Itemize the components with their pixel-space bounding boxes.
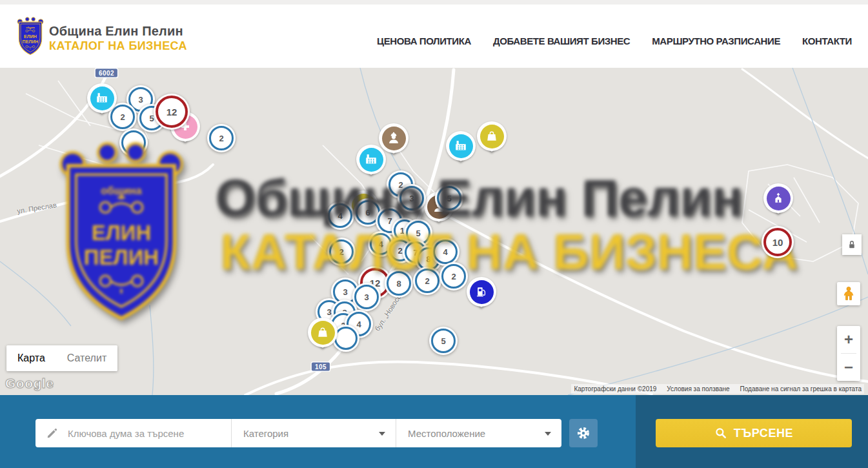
site-subtitle: КАТАЛОГ НА БИЗНЕСА (49, 39, 187, 53)
map-canvas[interactable]: 6002105ул. Преславбул. „Новоселци“ (0, 68, 868, 395)
map-type-satellite-button[interactable]: Сателит (56, 345, 117, 371)
top-strip (0, 0, 868, 5)
pin-head (477, 121, 507, 151)
cluster-marker[interactable]: 3 (398, 184, 426, 212)
cluster-count: 12 (167, 107, 177, 117)
bag-icon (311, 321, 335, 345)
cluster-count: 4 (338, 211, 342, 221)
map-pin-factory[interactable] (356, 145, 386, 174)
nav-link-contacts[interactable]: КОНТАКТИ (802, 36, 852, 46)
map-pin-fuel[interactable] (467, 277, 496, 307)
attribution-terms-link[interactable]: Условия за ползване (667, 385, 729, 392)
pin-head (467, 277, 496, 307)
cluster-marker[interactable]: 8 (385, 269, 413, 298)
bag-icon (480, 125, 504, 148)
map-pin-bag[interactable] (308, 318, 338, 347)
svg-text:ЕЛИН: ЕЛИН (24, 34, 37, 39)
search-submit-button[interactable]: ТЪРСЕНЕ (656, 419, 852, 447)
nav-link-price-policy[interactable]: ЦЕНОВА ПОЛИТИКА (377, 36, 471, 46)
nav-link-add-business[interactable]: ДОБАВЕТЕ ВАШИЯТ БИЗНЕС (493, 36, 630, 46)
attribution-report-link[interactable]: Подаване на сигнал за грешка в картата (740, 385, 862, 392)
map-pin-bag[interactable] (477, 121, 507, 151)
cluster-count: 6 (365, 208, 370, 218)
keyword-segment (35, 419, 231, 447)
factory-icon (359, 148, 383, 172)
cluster-count: 8 (396, 279, 401, 289)
google-logo[interactable]: Google (5, 376, 54, 391)
cluster-count: 5 (441, 336, 445, 346)
cluster-marker[interactable] (119, 128, 148, 157)
cluster-count: 2 (339, 247, 343, 257)
cluster-marker[interactable]: 5 (435, 184, 463, 212)
cluster-count: 3 (409, 194, 414, 203)
cluster-count: 2 (219, 134, 223, 143)
attribution-data: Картографски данни ©2019 (574, 385, 656, 392)
cluster-count: 4 (443, 247, 447, 257)
location-dropdown[interactable]: Местоположение (396, 419, 561, 447)
factory-icon (90, 86, 114, 110)
pegman-button[interactable] (837, 282, 860, 305)
pin-head (308, 318, 338, 347)
cluster-marker[interactable]: 3 (352, 283, 381, 311)
road-badge: 6002 (96, 69, 117, 77)
pin-head (446, 131, 476, 161)
header: община ЕЛИН ПЕЛИН Община Елин Пелин КАТА… (0, 5, 868, 68)
fuel-icon (470, 280, 494, 304)
cluster-marker[interactable]: 10 (762, 226, 794, 258)
pin-head (87, 83, 117, 113)
cluster-count: 2 (120, 112, 125, 122)
search-button-label: ТЪРСЕНЕ (734, 427, 793, 440)
cluster-marker[interactable]: 4 (326, 201, 354, 230)
factory-icon (449, 134, 473, 158)
search-input-group: Категория Местоположение (35, 419, 561, 447)
cluster-count: 3 (138, 95, 143, 105)
map-type-map-button[interactable]: Карта (6, 345, 56, 371)
chevron-down-icon (545, 432, 551, 436)
gear-icon (576, 425, 591, 441)
cluster-marker[interactable]: 2 (439, 262, 468, 290)
map-pin-factory[interactable] (87, 83, 117, 113)
church-icon (767, 187, 791, 210)
cluster-count: 3 (327, 307, 331, 317)
lock-icon (846, 239, 858, 250)
cluster-marker[interactable]: 12 (154, 94, 190, 130)
cluster-count: 4 (356, 320, 361, 329)
advanced-settings-button[interactable] (569, 419, 598, 447)
cluster-count: 8 (426, 254, 430, 264)
cluster-count: 3 (364, 292, 368, 302)
nav-link-route-schedule[interactable]: МАРШРУТНО РАЗПИСАНИЕ (652, 36, 780, 46)
chevron-down-icon (379, 432, 385, 436)
crest-graphic: община ЕЛИН ПЕЛИН (16, 15, 45, 57)
location-dropdown-label: Местоположение (408, 428, 485, 439)
cluster-marker[interactable]: 2 (413, 267, 441, 295)
site-logo-crest[interactable]: община ЕЛИН ПЕЛИН (16, 15, 45, 57)
road-badge: 105 (312, 363, 330, 371)
category-dropdown[interactable]: Категория (231, 419, 396, 447)
cluster-count: 3 (343, 287, 347, 297)
site-title: Община Елин Пелин (49, 24, 183, 39)
cluster-count: 10 (772, 237, 783, 248)
search-icon (714, 427, 727, 440)
zoom-in-button[interactable]: + (837, 326, 860, 353)
cluster-count: 7 (387, 216, 392, 226)
pin-head (763, 183, 793, 213)
map-pin-factory[interactable] (446, 131, 476, 161)
cluster-marker[interactable]: 5 (429, 327, 458, 355)
category-dropdown-label: Категория (243, 428, 288, 439)
cluster-marker[interactable]: 2 (327, 238, 356, 266)
zoom-control: + − (837, 326, 860, 381)
keyword-search-input[interactable] (66, 427, 226, 440)
lock-button[interactable] (842, 234, 862, 255)
map-attribution: Картографски данни ©2019 Условия за полз… (571, 384, 864, 394)
main-nav: ЦЕНОВА ПОЛИТИКА ДОБАВЕТЕ ВАШИЯТ БИЗНЕС М… (377, 36, 852, 46)
cluster-count: 5 (447, 194, 451, 203)
map-pin-church[interactable] (763, 183, 793, 213)
cluster-count: 2 (398, 246, 402, 256)
svg-text:ПЕЛИН: ПЕЛИН (23, 39, 39, 44)
cluster-count: 2 (451, 272, 456, 281)
zoom-out-button[interactable]: − (837, 354, 860, 381)
pegman-icon (841, 285, 856, 302)
pencil-icon (46, 427, 59, 440)
cluster-marker[interactable]: 2 (207, 124, 236, 152)
cluster-count: 4 (378, 239, 383, 249)
